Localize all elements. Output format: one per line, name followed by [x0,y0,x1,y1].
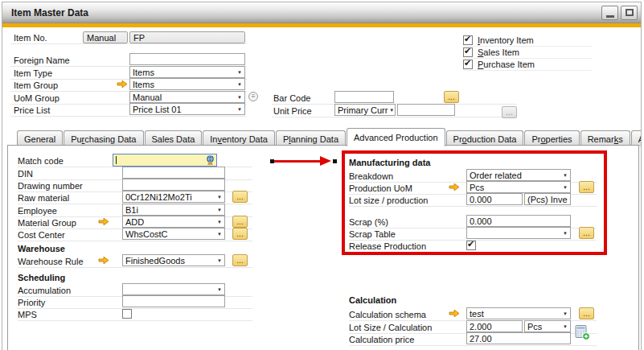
priority-input[interactable] [122,295,225,307]
tab-bar: General Purchasing Data Sales Data Inven… [17,128,642,146]
sales-item-checkbox[interactable] [463,47,473,57]
raw-material-dropdown[interactable]: 0Cr12Ni12Mo2Ti [122,191,225,203]
price-list-label: Price List [10,105,50,115]
calculation-schema-browse-button[interactable]: ... [579,307,594,319]
link-arrow-icon[interactable] [98,256,109,265]
drawing-number-input[interactable] [122,179,225,191]
foreign-name-input[interactable] [129,53,245,65]
title-bar: Item Master Data [2,2,641,23]
globe-icon[interactable] [206,155,215,165]
warehouse-rule-browse-button[interactable]: ... [232,254,248,266]
tab-production-data[interactable]: Production Data [446,130,524,146]
purchase-item-row: Purchase Item [463,58,592,71]
scrap-table-browse-button[interactable]: ... [579,227,594,239]
item-group-dropdown[interactable]: Items [129,78,245,90]
accumulation-dropdown[interactable] [122,283,225,295]
tab-properties[interactable]: Properties [524,130,579,146]
match-code-label: Match code [18,156,64,166]
foreign-name-label: Foreign Name [10,56,70,65]
maximize-button[interactable] [621,6,638,20]
manufacturing-section-header: Manufacturing data [349,158,430,167]
item-group-value: Items [133,80,154,89]
release-production-checkbox[interactable] [466,241,476,250]
unit-price-currency-dropdown[interactable]: Primary Curr [334,104,396,116]
material-group-dropdown[interactable]: ADD [122,216,225,228]
calculation-schema-label: Calculation schema [349,310,426,319]
inventory-item-checkbox[interactable] [463,35,473,45]
minimize-button[interactable] [601,6,618,20]
lot-size-production-input[interactable] [466,193,523,205]
tab-sales-data[interactable]: Sales Data [145,130,203,146]
bar-code-browse-button[interactable]: ... [444,91,459,103]
lot-size-calculation-uom-value: Pcs [527,322,542,331]
bar-code-row: Bar Code [272,92,517,105]
accent-bar [2,23,641,27]
accumulation-label: Accumulation [18,286,71,295]
tab-remarks[interactable]: Remarks [580,130,630,146]
warehouse-rule-value: FinishedGoods [125,256,185,266]
lot-size-production-label: Lot size / production [349,196,428,205]
mps-row: MPS [18,308,252,321]
din-input[interactable] [122,167,225,179]
tab-general[interactable]: General [17,130,63,146]
uom-group-dropdown[interactable]: Manual [129,91,245,103]
match-code-input[interactable] [113,154,217,167]
unit-price-browse-button[interactable]: ... [502,106,517,118]
item-type-dropdown[interactable]: Items [129,66,245,78]
warehouse-rule-dropdown[interactable]: FinishedGoods [122,254,225,266]
lot-size-calculation-input[interactable] [466,320,523,332]
item-group-label: Item Group [10,80,58,90]
purchase-item-checkbox[interactable] [463,60,473,69]
cost-center-value: WhsCostC [125,229,168,239]
scrap-pct-input[interactable] [466,215,571,227]
annotation-red-arrow [270,156,343,167]
drawing-number-label: Drawing number [18,181,83,191]
lot-size-calculation-uom-dropdown[interactable]: Pcs [524,320,571,332]
material-group-label: Material Group [18,218,76,228]
item-master-data-window: Item Master Data Item No. Manual FP Inve… [2,2,642,350]
breakdown-value: Order related [470,171,522,180]
calculation-price-input[interactable] [466,332,571,344]
window-title: Item Master Data [2,7,88,19]
link-arrow-icon[interactable] [98,217,109,226]
link-arrow-icon[interactable] [117,80,128,89]
mps-checkbox[interactable] [122,309,132,319]
item-no-mode-field[interactable]: Manual [83,31,128,43]
calculation-section-header: Calculation [349,295,396,305]
tab-planning-data[interactable]: Planning Data [276,130,346,146]
raw-material-browse-button[interactable]: ... [232,191,248,203]
scrap-table-dropdown[interactable] [466,227,571,239]
tab-advanced-production[interactable]: Advanced Production [347,128,445,146]
cost-center-browse-button[interactable]: ... [232,228,248,240]
din-label: DIN [18,169,33,179]
cost-center-dropdown[interactable]: WhsCostC [122,228,225,240]
mps-label: MPS [18,310,37,319]
tab-attachments[interactable]: Attachments [631,130,642,146]
text-caret [116,156,117,164]
warehouse-rule-label: Warehouse Rule [18,257,84,266]
lot-size-calculation-label: Lot Size / Calculation [349,323,432,332]
tab-purchasing-data[interactable]: Purchasing Data [64,130,143,146]
production-uom-browse-button[interactable]: ... [579,181,594,193]
uom-list-icon[interactable] [248,92,258,101]
price-list-dropdown[interactable]: Price List 01 [129,103,245,115]
breakdown-dropdown[interactable]: Order related [466,169,571,181]
employee-dropdown[interactable]: B1i [122,204,225,216]
calculation-schema-dropdown[interactable]: test [466,307,571,319]
link-arrow-icon[interactable] [449,309,460,318]
item-no-value-field[interactable]: FP [129,31,245,43]
material-group-browse-button[interactable]: ... [232,216,248,228]
cost-center-label: Cost Center [18,230,65,240]
uom-group-value: Manual [133,93,162,102]
lot-size-production-uom-dropdown[interactable]: (Pcs) Inve [524,193,571,205]
calculator-add-icon[interactable] [575,325,590,340]
production-uom-dropdown[interactable]: Pcs [466,181,571,193]
tab-inventory-data[interactable]: Inventory Data [203,130,275,146]
release-production-label: Release Production [349,241,426,251]
scheduling-section-header: Scheduling [18,273,65,282]
sales-item-label: Sales Item [478,47,519,57]
production-uom-value: Pcs [470,183,484,192]
link-arrow-icon[interactable] [449,183,460,191]
bar-code-input[interactable] [334,91,394,103]
unit-price-input[interactable] [397,104,455,116]
